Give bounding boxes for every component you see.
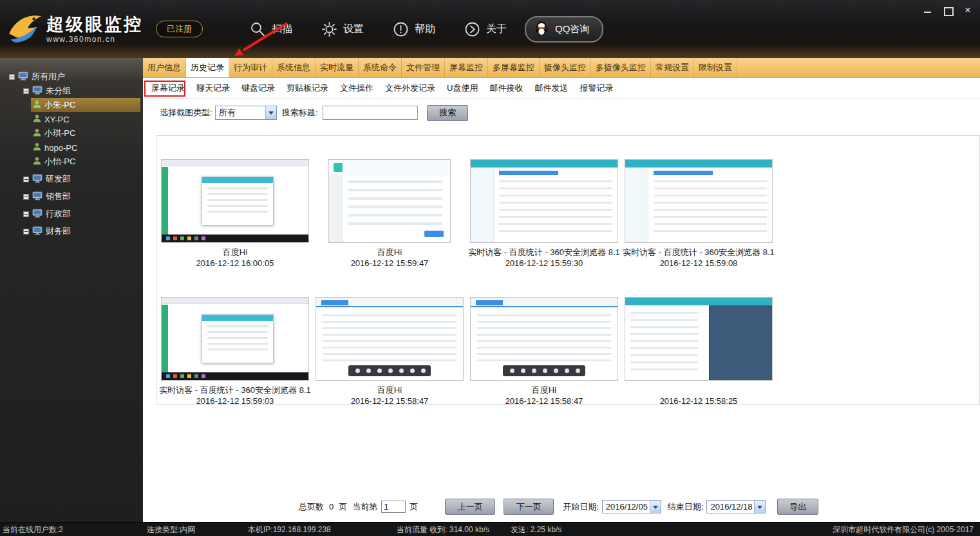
screenshot-item[interactable]: 百度Hi 2016-12-12 15:59:47: [312, 159, 467, 269]
tree-item-group[interactable]: 销售部: [0, 189, 143, 204]
tree-item-all-users[interactable]: 所有用户: [0, 70, 143, 84]
tab-camera-monitor[interactable]: 摄像头监控: [540, 58, 591, 77]
thumb-decoration: [625, 160, 772, 168]
settings-button[interactable]: 设置: [321, 21, 364, 38]
screenshot-item[interactable]: 百度Hi 2016-12-12 15:58:47: [312, 297, 467, 405]
screenshot-item[interactable]: 百度Hi 2016-12-12 15:58:47: [467, 297, 621, 405]
tab-multi-screen-monitor[interactable]: 多屏幕监控: [488, 58, 540, 77]
subtab-chat-records[interactable]: 聊天记录: [191, 82, 236, 94]
screenshot-item[interactable]: 百度Hi 2016-12-12 16:00:05: [158, 159, 312, 269]
dropdown-icon[interactable]: [754, 501, 765, 513]
end-date-select[interactable]: 2016/12/18: [706, 500, 766, 513]
help-button[interactable]: 帮助: [392, 21, 435, 38]
screenshot-item[interactable]: 2016-12-12 15:58:25: [621, 297, 776, 405]
subtab-mail-received[interactable]: 邮件接收: [484, 82, 529, 94]
local-ip-status: 本机IP:192.168.199.238: [248, 522, 331, 536]
tree-item-computer[interactable]: 小琪-PC: [31, 126, 140, 140]
maximize-button[interactable]: [943, 6, 952, 15]
search-title-label: 搜索标题:: [282, 107, 318, 119]
current-page-input[interactable]: [381, 501, 406, 513]
computer-icon: [32, 226, 42, 237]
screenshot-title: 实时访客 - 百度统计 - 360安全浏览器 8.1: [621, 247, 776, 258]
tree-label: 财务部: [46, 225, 71, 237]
screenshot-title: 百度Hi: [158, 247, 312, 258]
screenshot-time: 2016-12-12 15:59:08: [621, 258, 776, 269]
subtab-keystroke-records[interactable]: 键盘记录: [236, 82, 281, 94]
sidebar-user-tree: 所有用户 未分组 小朱-PC XY-PC 小琪-PC: [0, 58, 143, 522]
help-label: 帮助: [415, 23, 435, 36]
subtab-mail-sent[interactable]: 邮件发送: [529, 82, 574, 94]
collapse-icon[interactable]: [23, 211, 29, 217]
thumb-decoration: [202, 314, 274, 363]
screenshot-thumbnail: [161, 159, 309, 243]
collapse-icon[interactable]: [23, 194, 29, 200]
prev-page-button[interactable]: 上一页: [445, 499, 495, 515]
screenshot-item[interactable]: 实时访客 - 百度统计 - 360安全浏览器 8.1 2016-12-12 15…: [621, 159, 776, 269]
user-icon: [33, 128, 41, 139]
about-button[interactable]: 关于: [464, 21, 507, 38]
tab-user-info[interactable]: 用户信息: [143, 58, 186, 77]
page-unit: 页: [410, 501, 418, 513]
app-url: www.360mon.cn: [46, 35, 143, 44]
screenshot-title: 百度Hi: [312, 385, 467, 396]
online-users-status: 当前在线用户数:2: [3, 522, 63, 536]
start-date-select[interactable]: 2016/12/05: [602, 500, 661, 513]
tab-realtime-traffic[interactable]: 实时流量: [316, 58, 359, 77]
tree-item-group[interactable]: 行政部: [0, 207, 143, 221]
screenshot-item[interactable]: 实时访客 - 百度统计 - 360安全浏览器 8.1 2016-12-12 15…: [467, 159, 621, 269]
export-button[interactable]: 导出: [777, 499, 818, 515]
qq-consult-button[interactable]: QQ咨询: [525, 16, 603, 43]
tab-system-command[interactable]: 系统命令: [359, 58, 402, 77]
thumb-decoration: [499, 180, 612, 237]
screenshot-type-select[interactable]: 所有: [215, 106, 277, 120]
tab-multi-camera-monitor[interactable]: 多摄像头监控: [591, 58, 651, 77]
tab-restriction-settings[interactable]: 限制设置: [694, 58, 737, 77]
minimize-button[interactable]: [923, 6, 932, 15]
user-icon: [33, 100, 41, 110]
subtab-alarm-records[interactable]: 报警记录: [574, 82, 619, 94]
settings-icon: [321, 21, 338, 38]
collapse-icon[interactable]: [23, 229, 29, 235]
user-icon: [33, 114, 41, 124]
tree-item-computer[interactable]: XY-PC: [31, 112, 140, 126]
collapse-icon[interactable]: [23, 177, 29, 182]
dropdown-icon[interactable]: [265, 106, 276, 119]
tab-system-info[interactable]: 系统信息: [272, 58, 316, 77]
tab-general-settings[interactable]: 常规设置: [651, 58, 694, 77]
main-tab-bar: 用户信息 历史记录 行为审计 系统信息 实时流量 系统命令 文件管理 屏幕监控 …: [143, 58, 980, 78]
dropdown-icon[interactable]: [650, 501, 661, 513]
tree-label: 小朱-PC: [44, 99, 75, 111]
tab-behavior-audit[interactable]: 行为审计: [229, 58, 272, 77]
collapse-icon[interactable]: [23, 88, 29, 94]
end-date-value: 2016/12/18: [707, 502, 754, 512]
thumb-decoration: [323, 314, 457, 362]
tab-file-manager[interactable]: 文件管理: [402, 58, 445, 77]
computer-icon: [32, 209, 42, 220]
tree-item-group[interactable]: 财务部: [0, 224, 143, 238]
subtab-usb-usage[interactable]: U盘使用: [441, 82, 484, 94]
subtab-file-outgoing-records[interactable]: 文件外发记录: [379, 82, 441, 94]
subtab-screen-records[interactable]: 屏幕记录: [146, 82, 191, 94]
search-button[interactable]: 搜索: [427, 105, 468, 121]
start-date-value: 2016/12/05: [603, 502, 650, 512]
collapse-icon[interactable]: [9, 74, 15, 80]
close-button[interactable]: ×: [963, 6, 972, 15]
screenshot-item[interactable]: 实时访客 - 百度统计 - 360安全浏览器 8.1 2016-12-12 15…: [158, 297, 312, 405]
status-bar: 当前在线用户数:2 连接类型:内网 本机IP:192.168.199.238 当…: [0, 522, 980, 536]
scan-button[interactable]: 扫描: [249, 21, 292, 38]
tree-item-computer[interactable]: hopo-PC: [31, 140, 140, 155]
subtab-clipboard-records[interactable]: 剪贴板记录: [281, 82, 334, 94]
current-page-label: 当前第: [352, 501, 377, 513]
tree-item-ungrouped[interactable]: 未分组: [0, 84, 143, 98]
tree-item-group[interactable]: 研发部: [0, 172, 143, 186]
thumb-decoration: [162, 305, 168, 372]
search-title-input[interactable]: [323, 106, 418, 120]
tree-item-computer[interactable]: 小怡-PC: [31, 155, 140, 169]
tab-screen-monitor[interactable]: 屏幕监控: [445, 58, 488, 77]
tab-history[interactable]: 历史记录: [186, 58, 229, 77]
screenshot-thumbnail: [470, 159, 618, 243]
tree-item-computer[interactable]: 小朱-PC: [31, 98, 140, 112]
next-page-button[interactable]: 下一页: [504, 499, 554, 515]
subtab-file-operations[interactable]: 文件操作: [334, 82, 379, 94]
app-title: 超级眼监控: [46, 14, 143, 35]
